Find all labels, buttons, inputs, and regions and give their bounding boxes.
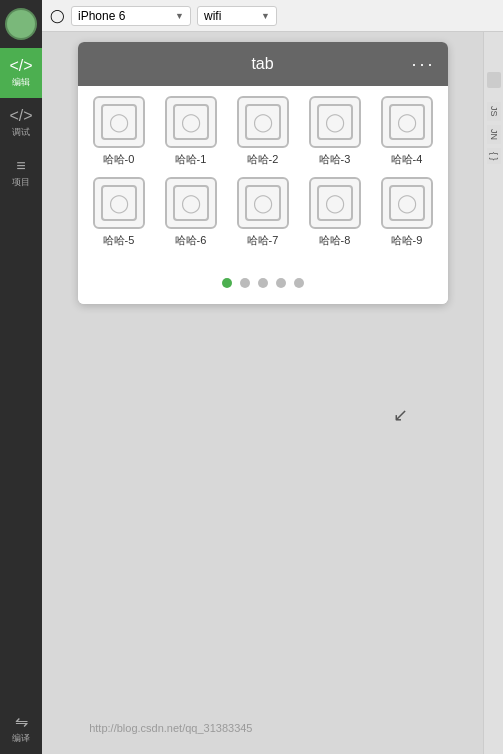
tab-title: tab [251, 55, 273, 73]
right-panel-braces[interactable]: { } [487, 148, 501, 165]
grid-img-8: ◯ [309, 177, 361, 229]
grid-item-2: ◯ 哈哈-2 [231, 96, 295, 167]
avatar [5, 8, 37, 40]
grid-img-5: ◯ [93, 177, 145, 229]
simulator-wrap: tab ··· ◯ 哈哈-0 [42, 32, 483, 754]
grid-img-inner-9: ◯ [389, 185, 425, 221]
grid-img-1: ◯ [165, 96, 217, 148]
grid-item-3: ◯ 哈哈-3 [303, 96, 367, 167]
grid-img-7: ◯ [237, 177, 289, 229]
grid-img-inner-6: ◯ [173, 185, 209, 221]
sidebar-label-debug: 调试 [12, 126, 30, 139]
right-arrow-icon[interactable] [487, 72, 501, 88]
grid-img-3: ◯ [309, 96, 361, 148]
grid-label-6: 哈哈-6 [175, 233, 207, 248]
grid-img-2: ◯ [237, 96, 289, 148]
wifi-selector[interactable]: wifi ▼ [197, 6, 277, 26]
device-chevron-icon: ▼ [175, 11, 184, 21]
grid-label-7: 哈哈-7 [247, 233, 279, 248]
sidebar-label-editor: 编辑 [12, 76, 30, 89]
project-icon: ≡ [16, 158, 25, 174]
grid-item-6: ◯ 哈哈-6 [159, 177, 223, 248]
grid-page: ◯ 哈哈-0 ◯ 哈哈-1 ◯ [78, 86, 448, 268]
grid-item-5: ◯ 哈哈-5 [87, 177, 151, 248]
grid-item-1: ◯ 哈哈-1 [159, 96, 223, 167]
grid-img-6: ◯ [165, 177, 217, 229]
grid-item-8: ◯ 哈哈-8 [303, 177, 367, 248]
pagination-dot-1[interactable] [240, 278, 250, 288]
device-selector[interactable]: iPhone 6 ▼ [71, 6, 191, 26]
grid-img-0: ◯ [93, 96, 145, 148]
pagination-dot-4[interactable] [294, 278, 304, 288]
grid-label-3: 哈哈-3 [319, 152, 351, 167]
pagination [78, 268, 448, 304]
grid-item-7: ◯ 哈哈-7 [231, 177, 295, 248]
sidebar-item-compile[interactable]: ⇋ 编译 [0, 704, 42, 754]
grid-img-inner-1: ◯ [173, 104, 209, 140]
wifi-chevron-icon: ▼ [261, 11, 270, 21]
wifi-label: wifi [204, 9, 221, 23]
grid-img-inner-0: ◯ [101, 104, 137, 140]
grid-label-4: 哈哈-4 [391, 152, 423, 167]
grid-item-0: ◯ 哈哈-0 [87, 96, 151, 167]
grid-label-8: 哈哈-8 [319, 233, 351, 248]
grid-img-inner-2: ◯ [245, 104, 281, 140]
pagination-dot-0[interactable] [222, 278, 232, 288]
tab-dots: ··· [411, 54, 435, 75]
sidebar-item-debug[interactable]: </> 调试 [0, 98, 42, 148]
tab-header: tab ··· [78, 42, 448, 86]
grid-row-0: ◯ 哈哈-0 ◯ 哈哈-1 ◯ [83, 96, 443, 167]
watermark: http://blog.csdn.net/qq_31383345 [89, 722, 252, 734]
sidebar-item-editor[interactable]: </> 编辑 [0, 48, 42, 98]
pagination-dot-2[interactable] [258, 278, 268, 288]
grid-row-1: ◯ 哈哈-5 ◯ 哈哈-6 ◯ [83, 177, 443, 248]
grid-item-9: ◯ 哈哈-9 [375, 177, 439, 248]
grid-label-0: 哈哈-0 [103, 152, 135, 167]
right-side-panel: JS JN { } [483, 32, 503, 754]
debug-icon: </> [9, 108, 32, 124]
sidebar-item-project[interactable]: ≡ 项目 [0, 148, 42, 198]
sidebar-label-compile: 编译 [12, 732, 30, 745]
grid-img-inner-4: ◯ [389, 104, 425, 140]
grid-img-inner-8: ◯ [317, 185, 353, 221]
grid-img-inner-3: ◯ [317, 104, 353, 140]
top-bar: ◯ iPhone 6 ▼ wifi ▼ [42, 0, 503, 32]
sidebar-label-project: 项目 [12, 176, 30, 189]
grid-img-inner-7: ◯ [245, 185, 281, 221]
grid-label-1: 哈哈-1 [175, 152, 207, 167]
grid-img-4: ◯ [381, 96, 433, 148]
grid-item-4: ◯ 哈哈-4 [375, 96, 439, 167]
compile-icon: ⇋ [15, 714, 28, 730]
main-area: ◯ iPhone 6 ▼ wifi ▼ tab ··· [42, 0, 503, 754]
grid-label-5: 哈哈-5 [103, 233, 135, 248]
grid-label-2: 哈哈-2 [247, 152, 279, 167]
right-panel-jn[interactable]: JN [487, 125, 501, 144]
code-icon: </> [9, 58, 32, 74]
phone-icon: ◯ [50, 8, 65, 23]
grid-label-9: 哈哈-9 [391, 233, 423, 248]
right-panel-js[interactable]: JS [487, 102, 501, 121]
grid-img-inner-5: ◯ [101, 185, 137, 221]
phone-frame: tab ··· ◯ 哈哈-0 [78, 42, 448, 304]
pagination-dot-3[interactable] [276, 278, 286, 288]
right-panels: tab ··· ◯ 哈哈-0 [42, 32, 503, 754]
cursor-indicator: ↙ [393, 404, 408, 426]
device-name: iPhone 6 [78, 9, 125, 23]
grid-img-9: ◯ [381, 177, 433, 229]
left-toolbar: </> 编辑 </> 调试 ≡ 项目 ⇋ 编译 [0, 0, 42, 754]
